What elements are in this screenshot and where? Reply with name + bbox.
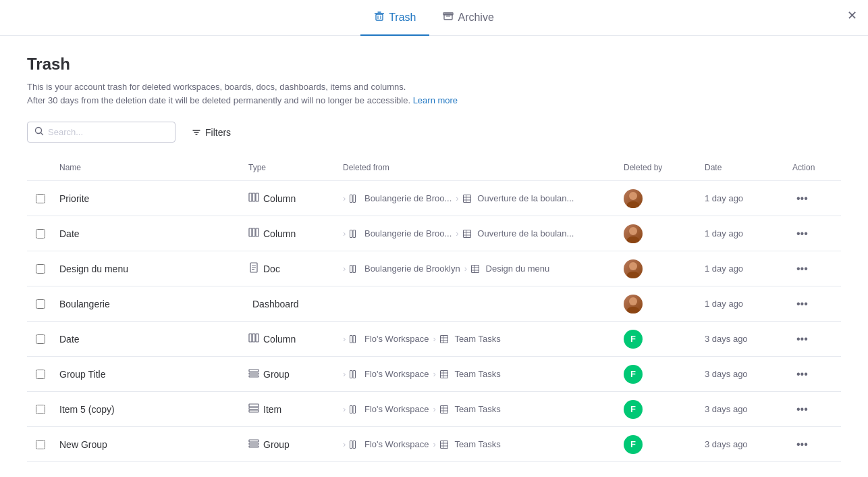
chevron-right-icon: › <box>433 334 435 344</box>
svg-rect-50 <box>249 370 259 372</box>
table-row: Date Column › Flo's Workspace› Team Task… <box>27 322 841 357</box>
svg-rect-71 <box>350 441 353 448</box>
row-action-3: ••• <box>787 290 841 318</box>
more-options-button[interactable]: ••• <box>792 330 812 348</box>
row-deleted-by-6: F <box>618 395 699 424</box>
col-header-deleted-from: Deleted from <box>337 160 618 175</box>
page-title: Trash <box>27 55 841 74</box>
chevron-right-icon: › <box>456 193 458 203</box>
row-deleted-by-5: F <box>618 359 699 389</box>
svg-rect-63 <box>353 405 356 413</box>
row-type-0: Column <box>243 186 337 210</box>
table-row: Item 5 (copy) Item › Flo's Workspace› Te… <box>27 392 841 427</box>
svg-rect-14 <box>252 193 255 201</box>
avatar <box>624 189 643 208</box>
row-checkbox-1[interactable] <box>27 229 54 238</box>
svg-rect-43 <box>256 334 259 342</box>
avatar: F <box>624 330 643 349</box>
tab-archive[interactable]: Archive <box>429 0 507 36</box>
row-name-5: Group Title <box>54 363 243 385</box>
svg-rect-18 <box>463 195 470 202</box>
svg-rect-46 <box>440 335 447 343</box>
avatar <box>624 295 643 313</box>
svg-rect-52 <box>249 376 259 377</box>
row-date-3: 1 day ago <box>699 293 787 314</box>
row-type-1: Column <box>243 222 337 245</box>
row-deleted-from-2: › Boulangerie de Brooklyn› Design du men… <box>337 258 618 279</box>
row-checkbox-4[interactable] <box>27 334 54 344</box>
row-action-4: ••• <box>787 325 841 353</box>
description-line1: This is your account trash for deleted w… <box>27 80 841 94</box>
chevron-right-icon: › <box>456 228 458 238</box>
row-deleted-from-0: › Boulangerie de Broo...› Ouverture de l… <box>337 188 618 209</box>
chevron-right-icon: › <box>343 369 346 379</box>
svg-rect-23 <box>252 228 255 236</box>
description: This is your account trash for deleted w… <box>27 80 841 107</box>
svg-rect-53 <box>350 370 353 378</box>
row-action-7: ••• <box>787 430 841 459</box>
type-icon <box>248 368 259 380</box>
row-name-4: Date <box>54 328 243 350</box>
more-options-button[interactable]: ••• <box>792 436 812 453</box>
close-button[interactable]: ✕ <box>847 8 857 23</box>
row-action-0: ••• <box>787 184 841 213</box>
chevron-right-icon: › <box>343 193 346 203</box>
row-checkbox-6[interactable] <box>27 405 54 414</box>
table-body: Priorite Column › Boulangerie de Broo...… <box>27 181 841 462</box>
row-deleted-by-1 <box>618 219 699 249</box>
row-type-2: Doc <box>243 257 337 280</box>
row-checkbox-5[interactable] <box>27 370 54 379</box>
chevron-right-icon: › <box>433 439 435 449</box>
table-row: Date Column › Boulangerie de Broo...› Ou… <box>27 216 841 251</box>
svg-rect-35 <box>350 265 353 272</box>
more-options-button[interactable]: ••• <box>792 366 812 383</box>
trash-tab-icon <box>374 11 385 24</box>
row-deleted-by-7: F <box>618 430 699 459</box>
learn-more-link[interactable]: Learn more <box>413 95 458 105</box>
filters-button[interactable]: Filters <box>186 123 236 142</box>
tab-trash[interactable]: Trash <box>360 0 429 36</box>
row-type-3: Dashboard <box>243 293 337 315</box>
row-date-5: 3 days ago <box>699 363 787 384</box>
more-options-button[interactable]: ••• <box>792 190 812 207</box>
row-action-2: ••• <box>787 255 841 283</box>
col-header-name: Name <box>54 160 243 175</box>
row-deleted-from-5: › Flo's Workspace› Team Tasks <box>337 363 618 384</box>
row-type-4: Column <box>243 327 337 351</box>
row-name-7: New Group <box>54 434 243 455</box>
type-icon <box>248 262 259 275</box>
toolbar: Filters <box>27 122 841 143</box>
search-input[interactable] <box>48 127 168 137</box>
description-line2: After 30 days from the deletion date it … <box>27 94 841 107</box>
type-icon <box>248 192 259 205</box>
more-options-button[interactable]: ••• <box>792 295 812 313</box>
row-name-1: Date <box>54 223 243 245</box>
row-action-1: ••• <box>787 220 841 248</box>
search-box[interactable] <box>27 122 175 143</box>
row-deleted-by-2 <box>618 254 699 284</box>
table-row: Design du menu Doc › Boulangerie de Broo… <box>27 251 841 286</box>
row-checkbox-0[interactable] <box>27 194 54 203</box>
svg-rect-61 <box>249 410 259 412</box>
row-action-6: ••• <box>787 395 841 424</box>
table-row: Boulangerie Dashboard 1 day ago ••• <box>27 286 841 322</box>
avatar: F <box>624 365 643 384</box>
row-checkbox-7[interactable] <box>27 440 54 449</box>
svg-rect-15 <box>256 193 259 201</box>
tab-trash-label: Trash <box>389 11 416 24</box>
more-options-button[interactable]: ••• <box>792 260 812 278</box>
row-date-7: 3 days ago <box>699 434 787 455</box>
more-options-button[interactable]: ••• <box>792 401 812 418</box>
table-row: Group Title Group › Flo's Workspace› Tea… <box>27 357 841 392</box>
svg-rect-51 <box>249 373 259 374</box>
svg-rect-59 <box>249 404 259 407</box>
svg-rect-60 <box>249 407 259 409</box>
more-options-button[interactable]: ••• <box>792 225 812 243</box>
row-checkbox-2[interactable] <box>27 264 54 274</box>
chevron-right-icon: › <box>433 369 435 379</box>
row-deleted-from-6: › Flo's Workspace› Team Tasks <box>337 399 618 420</box>
svg-rect-0 <box>376 14 383 20</box>
chevron-right-icon: › <box>343 263 346 274</box>
row-checkbox-3[interactable] <box>27 299 54 309</box>
tab-archive-label: Archive <box>458 11 493 24</box>
